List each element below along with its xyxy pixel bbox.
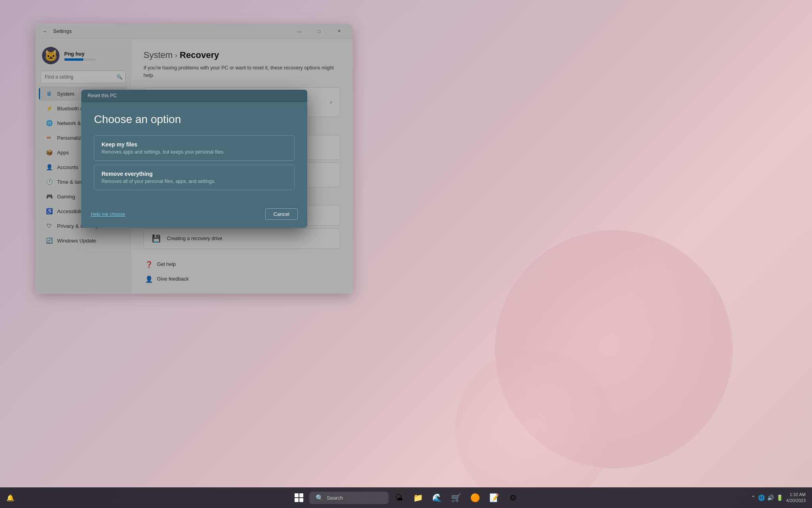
time-display: 1:32 AM	[786, 492, 806, 498]
taskbar: 🔔 🔍 Search 🌤 📁 🌊 🛒 🟠 📝 ⚙ ⌃ 🌐 🔊 🔋	[0, 487, 812, 508]
keep-files-desc: Removes apps and settings, but keeps you…	[102, 149, 287, 155]
notification-icon[interactable]: 🔔	[6, 494, 14, 502]
dialog-overlay: Reset this PC Choose an option Keep my f…	[36, 24, 353, 294]
taskbar-app2[interactable]: 📝	[485, 489, 503, 506]
keep-files-option[interactable]: Keep my files Removes apps and settings,…	[94, 135, 295, 161]
windows-logo	[295, 493, 303, 502]
taskbar-right: ⌃ 🌐 🔊 🔋 1:32 AM 4/20/2023	[751, 492, 806, 504]
taskbar-app1[interactable]: 🟠	[466, 489, 484, 506]
date-display: 4/20/2023	[786, 498, 806, 504]
taskbar-edge[interactable]: 🌊	[428, 489, 446, 506]
network-tray-icon[interactable]: 🌐	[758, 495, 765, 501]
dialog-body: Choose an option Keep my files Removes a…	[81, 102, 307, 204]
dialog-title-bar: Reset this PC	[81, 90, 307, 102]
volume-tray-icon[interactable]: 🔊	[767, 495, 774, 501]
taskbar-search-text: Search	[327, 495, 343, 501]
start-button[interactable]	[290, 489, 308, 506]
help-me-choose-link[interactable]: Help me choose	[91, 212, 125, 217]
taskbar-files[interactable]: 📁	[409, 489, 427, 506]
battery-tray-icon[interactable]: 🔋	[776, 495, 783, 501]
chevron-tray-icon[interactable]: ⌃	[751, 495, 756, 501]
tray-icons: ⌃ 🌐 🔊 🔋	[751, 495, 783, 501]
remove-everything-title: Remove everything	[102, 171, 287, 177]
taskbar-search-icon: 🔍	[316, 494, 324, 502]
remove-everything-option[interactable]: Remove everything Removes all of your pe…	[94, 165, 295, 190]
cancel-button[interactable]: Cancel	[265, 208, 298, 220]
taskbar-settings-app[interactable]: ⚙	[504, 489, 522, 506]
settings-window: ← Settings — □ ✕ 🐱 Png huy	[36, 24, 353, 294]
remove-everything-desc: Removes all of your personal files, apps…	[102, 179, 287, 184]
reset-pc-dialog: Reset this PC Choose an option Keep my f…	[81, 90, 307, 228]
taskbar-time: 1:32 AM 4/20/2023	[786, 492, 806, 504]
taskbar-center: 🔍 Search 🌤 📁 🌊 🛒 🟠 📝 ⚙	[290, 489, 522, 506]
dialog-footer: Help me choose Cancel	[81, 204, 307, 228]
taskbar-store[interactable]: 🛒	[447, 489, 465, 506]
keep-files-title: Keep my files	[102, 141, 287, 148]
dialog-heading: Choose an option	[94, 113, 295, 126]
taskbar-left: 🔔	[6, 494, 14, 502]
taskbar-search[interactable]: 🔍 Search	[309, 492, 389, 504]
taskbar-widgets[interactable]: 🌤	[390, 489, 408, 506]
